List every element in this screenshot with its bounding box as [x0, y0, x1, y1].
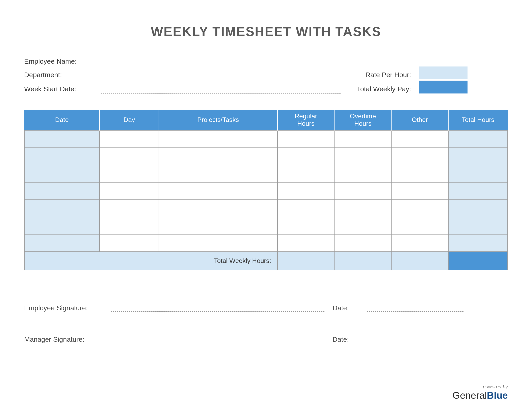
cell-regular[interactable]: [277, 130, 334, 148]
cell-projects[interactable]: [159, 148, 277, 165]
manager-date-field[interactable]: [367, 334, 464, 343]
cell-regular[interactable]: [277, 165, 334, 182]
rate-per-hour-field[interactable]: [419, 66, 467, 79]
cell-overtime[interactable]: [334, 200, 391, 217]
cell-regular[interactable]: [277, 148, 334, 165]
cell-day[interactable]: [100, 165, 159, 182]
cell-overtime[interactable]: [334, 234, 391, 252]
cell-total[interactable]: [448, 165, 508, 182]
table-row: [24, 148, 508, 165]
table-row: [24, 130, 508, 148]
page-title: WEEKLY TIMESHEET WITH TASKS: [24, 24, 508, 39]
table-row: [24, 200, 508, 217]
cell-other[interactable]: [391, 182, 448, 200]
col-date: Date: [24, 110, 100, 130]
totals-row: Total Weekly Hours:: [24, 252, 508, 270]
info-block: Employee Name: Department: Rate Per Hour…: [24, 57, 508, 93]
table-row: [24, 165, 508, 182]
manager-signature-label: Manager Signature:: [24, 336, 103, 343]
cell-overtime[interactable]: [334, 130, 391, 148]
cell-total[interactable]: [448, 148, 508, 165]
brand-logo: GeneralBlue: [452, 390, 508, 401]
table-row: [24, 217, 508, 234]
department-field[interactable]: [101, 71, 341, 79]
col-total: Total Hours: [448, 110, 508, 130]
powered-by-text: powered by: [452, 384, 508, 389]
cell-projects[interactable]: [159, 165, 277, 182]
cell-regular[interactable]: [277, 200, 334, 217]
col-regular: Regular Hours: [277, 110, 334, 130]
cell-date[interactable]: [24, 165, 100, 182]
timesheet-table: Date Day Projects/Tasks Regular Hours Ov…: [24, 110, 508, 270]
cell-other[interactable]: [391, 148, 448, 165]
signatures-block: Employee Signature: Date: Manager Signat…: [24, 303, 508, 343]
cell-total[interactable]: [448, 234, 508, 252]
cell-day[interactable]: [100, 234, 159, 252]
cell-overtime[interactable]: [334, 182, 391, 200]
cell-overtime[interactable]: [334, 217, 391, 234]
employee-signature-field[interactable]: [111, 303, 324, 312]
sum-total: [448, 252, 508, 270]
cell-regular[interactable]: [277, 217, 334, 234]
sum-other: [391, 252, 448, 270]
cell-projects[interactable]: [159, 182, 277, 200]
week-start-field[interactable]: [101, 85, 341, 93]
manager-signature-field[interactable]: [111, 334, 324, 343]
cell-other[interactable]: [391, 200, 448, 217]
cell-day[interactable]: [100, 200, 159, 217]
cell-projects[interactable]: [159, 217, 277, 234]
cell-day[interactable]: [100, 217, 159, 234]
employee-date-field[interactable]: [367, 303, 464, 312]
cell-date[interactable]: [24, 234, 100, 252]
cell-total[interactable]: [448, 130, 508, 148]
manager-date-label: Date:: [332, 336, 359, 343]
week-start-label: Week Start Date:: [24, 85, 93, 93]
cell-overtime[interactable]: [334, 165, 391, 182]
cell-other[interactable]: [391, 130, 448, 148]
cell-day[interactable]: [100, 148, 159, 165]
cell-day[interactable]: [100, 130, 159, 148]
cell-regular[interactable]: [277, 182, 334, 200]
employee-name-label: Employee Name:: [24, 57, 93, 65]
cell-projects[interactable]: [159, 130, 277, 148]
table-row: [24, 182, 508, 200]
cell-total[interactable]: [448, 217, 508, 234]
cell-projects[interactable]: [159, 200, 277, 217]
employee-date-label: Date:: [332, 304, 359, 312]
cell-other[interactable]: [391, 234, 448, 252]
cell-overtime[interactable]: [334, 148, 391, 165]
cell-regular[interactable]: [277, 234, 334, 252]
cell-date[interactable]: [24, 148, 100, 165]
cell-day[interactable]: [100, 182, 159, 200]
col-day: Day: [100, 110, 159, 130]
table-row: [24, 234, 508, 252]
cell-total[interactable]: [448, 182, 508, 200]
rate-per-hour-label: Rate Per Hour:: [349, 71, 411, 79]
total-weekly-pay-label: Total Weekly Pay:: [349, 85, 411, 93]
col-projects: Projects/Tasks: [159, 110, 277, 130]
employee-name-field[interactable]: [101, 57, 341, 65]
cell-date[interactable]: [24, 200, 100, 217]
sum-regular: [277, 252, 334, 270]
sum-overtime: [334, 252, 391, 270]
cell-other[interactable]: [391, 217, 448, 234]
employee-signature-label: Employee Signature:: [24, 304, 103, 312]
cell-date[interactable]: [24, 217, 100, 234]
cell-date[interactable]: [24, 130, 100, 148]
cell-projects[interactable]: [159, 234, 277, 252]
cell-other[interactable]: [391, 165, 448, 182]
cell-date[interactable]: [24, 182, 100, 200]
cell-total[interactable]: [448, 200, 508, 217]
total-weekly-pay-field: [419, 81, 467, 93]
col-overtime: Overtime Hours: [334, 110, 391, 130]
department-label: Department:: [24, 71, 93, 79]
footer: powered by GeneralBlue: [452, 384, 508, 401]
col-other: Other: [391, 110, 448, 130]
total-weekly-hours-label: Total Weekly Hours:: [24, 252, 277, 270]
